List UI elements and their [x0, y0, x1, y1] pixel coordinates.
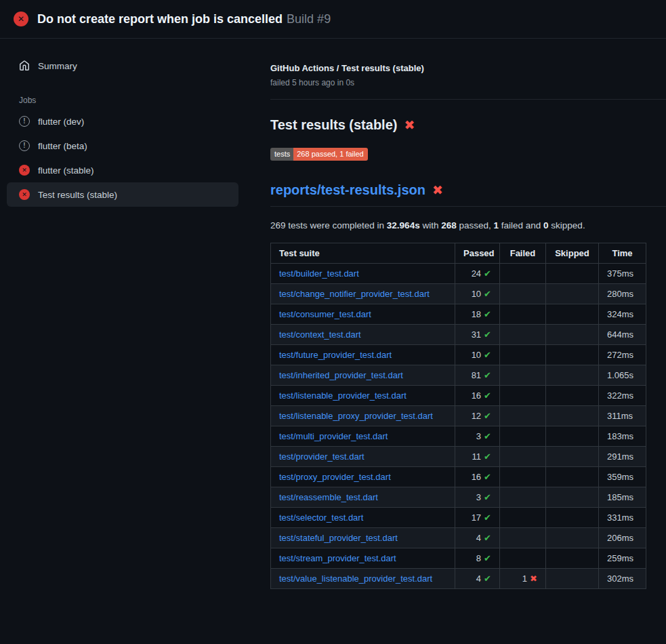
- skipped-cell: [546, 345, 599, 365]
- passed-cell: 11✔: [455, 447, 500, 467]
- test-suite-cell: test/future_provider_test.dart: [271, 345, 455, 365]
- sidebar-item-flutter-beta[interactable]: ! flutter (beta): [7, 134, 238, 158]
- test-suite-cell: test/change_notifier_provider_test.dart: [271, 284, 455, 304]
- passed-cell: 10✔: [455, 284, 500, 304]
- skipped-cell: [546, 426, 599, 447]
- header-skipped: Skipped: [546, 243, 599, 264]
- passed-count: 10: [472, 289, 481, 299]
- sidebar: Summary Jobs ! flutter (dev) ! flutter (…: [0, 39, 245, 207]
- skipped-cell: [546, 406, 599, 426]
- table-row: test/multi_provider_test.dart3✔183ms: [271, 426, 646, 447]
- header-test-suite: Test suite: [271, 243, 455, 264]
- test-suite-cell: test/reassemble_test.dart: [271, 487, 455, 508]
- test-suite-link[interactable]: test/builder_test.dart: [279, 268, 359, 279]
- neutral-status-icon: !: [19, 140, 30, 151]
- failed-cell: 1✖: [500, 569, 546, 589]
- neutral-status-icon: !: [19, 116, 30, 127]
- sidebar-item-summary[interactable]: Summary: [7, 54, 238, 78]
- test-suite-cell: test/builder_test.dart: [271, 264, 455, 284]
- test-suite-cell: test/multi_provider_test.dart: [271, 426, 455, 447]
- test-suite-link[interactable]: test/stateful_provider_test.dart: [279, 533, 398, 543]
- skipped-cell: [546, 264, 599, 284]
- badge-label: tests: [270, 148, 293, 161]
- passed-count: 12: [472, 411, 481, 421]
- divider: [270, 99, 666, 100]
- skipped-cell: [546, 508, 599, 528]
- test-suite-cell: test/selector_test.dart: [271, 508, 455, 528]
- sidebar-item-flutter-dev[interactable]: ! flutter (dev): [7, 109, 238, 134]
- test-suite-link[interactable]: test/stream_provider_test.dart: [279, 553, 396, 563]
- table-row: test/value_listenable_provider_test.dart…: [271, 569, 646, 589]
- passed-cell: 16✔: [455, 467, 500, 487]
- passed-count: 16: [472, 472, 481, 482]
- test-suite-link[interactable]: test/inherited_provider_test.dart: [279, 370, 403, 380]
- failed-cell: [500, 264, 546, 284]
- passed-count: 4: [476, 533, 481, 543]
- passed-cell: 81✔: [455, 365, 500, 386]
- skipped-cell: [546, 365, 599, 386]
- skipped-cell: [546, 487, 599, 508]
- skipped-cell: [546, 548, 599, 569]
- skipped-cell: [546, 467, 599, 487]
- test-suite-link[interactable]: test/multi_provider_test.dart: [279, 431, 388, 441]
- passed-count: 3: [476, 431, 481, 441]
- test-suite-cell: test/provider_test.dart: [271, 447, 455, 467]
- test-suite-cell: test/listenable_proxy_provider_test.dart: [271, 406, 455, 426]
- table-row: test/listenable_proxy_provider_test.dart…: [271, 406, 646, 426]
- test-suite-link[interactable]: test/proxy_provider_test.dart: [279, 472, 391, 482]
- check-icon: ✔: [484, 472, 491, 482]
- passed-count: 31: [472, 329, 481, 340]
- failed-status-icon: ✕: [19, 189, 30, 200]
- table-row: test/reassemble_test.dart3✔185ms: [271, 487, 646, 508]
- time-cell: 280ms: [599, 284, 646, 304]
- test-suite-link[interactable]: test/selector_test.dart: [279, 512, 363, 523]
- table-row: test/proxy_provider_test.dart16✔359ms: [271, 467, 646, 487]
- table-row: test/stateful_provider_test.dart4✔206ms: [271, 528, 646, 548]
- skipped-cell: [546, 325, 599, 345]
- check-icon: ✔: [484, 553, 491, 563]
- header-failed: Failed: [500, 243, 546, 264]
- passed-count: 18: [472, 309, 481, 319]
- skipped-cell: [546, 386, 599, 406]
- passed-cell: 10✔: [455, 345, 500, 365]
- skipped-cell: [546, 284, 599, 304]
- failed-cell: [500, 406, 546, 426]
- table-row: test/change_notifier_provider_test.dart1…: [271, 284, 646, 304]
- time-cell: 359ms: [599, 467, 646, 487]
- failed-cell: [500, 325, 546, 345]
- failed-cell: [500, 548, 546, 569]
- skipped-cell: [546, 528, 599, 548]
- test-suite-link[interactable]: test/reassemble_test.dart: [279, 492, 378, 502]
- home-icon: [19, 60, 30, 71]
- report-heading: reports/test-results.json ✖: [270, 182, 666, 207]
- check-icon: ✔: [484, 289, 491, 299]
- build-failed-icon: ✕: [14, 12, 28, 26]
- test-suite-link[interactable]: test/listenable_provider_test.dart: [279, 390, 407, 401]
- passed-count: 4: [476, 573, 481, 584]
- test-suite-link[interactable]: test/listenable_proxy_provider_test.dart: [279, 411, 433, 421]
- sidebar-item-flutter-stable[interactable]: ✕ flutter (stable): [7, 158, 238, 182]
- summary-line: 269 tests were completed in 32.964s with…: [270, 220, 666, 230]
- passed-cell: 8✔: [455, 548, 500, 569]
- header-passed: Passed: [455, 243, 500, 264]
- test-suite-link[interactable]: test/future_provider_test.dart: [279, 350, 392, 360]
- test-suite-cell: test/listenable_provider_test.dart: [271, 386, 455, 406]
- sidebar-item-label: flutter (stable): [38, 165, 94, 176]
- test-suite-link[interactable]: test/context_test.dart: [279, 329, 361, 340]
- report-link[interactable]: reports/test-results.json: [270, 182, 425, 198]
- time-cell: 185ms: [599, 487, 646, 508]
- skipped-cell: [546, 447, 599, 467]
- test-suite-link[interactable]: test/change_notifier_provider_test.dart: [279, 289, 430, 299]
- table-row: test/inherited_provider_test.dart81✔1.06…: [271, 365, 646, 386]
- breadcrumb: GitHub Actions / Test results (stable): [270, 63, 666, 73]
- time-cell: 322ms: [599, 386, 646, 406]
- check-icon: ✔: [484, 573, 491, 584]
- sidebar-item-test-results-stable[interactable]: ✕ Test results (stable): [7, 182, 238, 207]
- test-suite-link[interactable]: test/provider_test.dart: [279, 451, 365, 462]
- test-suite-link[interactable]: test/consumer_test.dart: [279, 309, 371, 319]
- check-icon: ✔: [484, 350, 491, 360]
- time-cell: 291ms: [599, 447, 646, 467]
- passed-count: 16: [472, 390, 481, 401]
- test-suite-link[interactable]: test/value_listenable_provider_test.dart: [279, 573, 432, 584]
- check-icon: ✔: [484, 309, 491, 319]
